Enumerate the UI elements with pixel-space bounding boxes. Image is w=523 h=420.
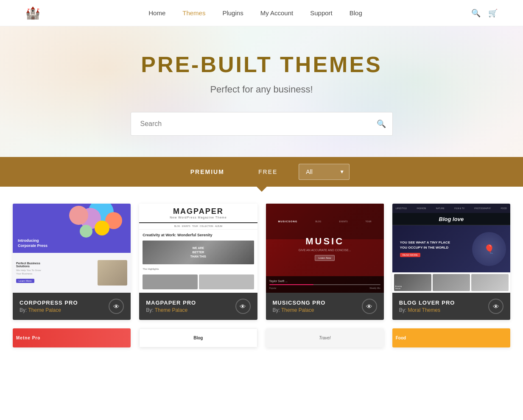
theme-name-bloglover: BLOG LOVER PRO (399, 300, 455, 306)
theme-card-blog2[interactable]: Blog (139, 328, 257, 347)
filter-bar: PREMIUM FREE All Business Blog Magazine … (0, 157, 523, 187)
filter-free-tab[interactable]: FREE (241, 159, 294, 185)
main-nav: Home Themes Plugins My Account Support B… (148, 9, 362, 17)
nav-support[interactable]: Support (310, 9, 333, 17)
theme-name-corpopress: CORPOPRESS PRO (20, 300, 78, 306)
theme-name-magpaper: MAGPAPER PRO (146, 300, 196, 306)
search-icon[interactable]: 🔍 (471, 8, 481, 18)
hero-wave-4 (85, 64, 255, 157)
theme-card-food[interactable]: Food (392, 328, 510, 347)
themes-grid-bottom: Metne Pro Blog Travel Food (13, 328, 510, 347)
nav-plugins[interactable]: Plugins (222, 9, 243, 17)
theme-card-corpopress[interactable]: IntroducingCorporate Press Perfect Busin… (13, 204, 131, 320)
theme-info-magpaper: MAGPAPER PRO By: Theme Palace (146, 300, 196, 313)
hero-title: PRE-BUILT THEMES (8, 52, 515, 77)
theme-footer-magpaper: MAGPAPER PRO By: Theme Palace 👁 (139, 293, 257, 320)
preview-icon-bloglover[interactable]: 👁 (488, 299, 503, 314)
filter-category-select[interactable]: All Business Blog Magazine Portfolio Mus… (299, 164, 350, 180)
hero-subtitle: Perfect for any business! (8, 84, 515, 95)
filter-category-wrap: All Business Blog Magazine Portfolio Mus… (299, 164, 350, 180)
nav-home[interactable]: Home (148, 9, 165, 17)
theme-img-food: Food (392, 328, 510, 347)
header: 🏰 Home Themes Plugins My Account Support… (0, 0, 523, 26)
hero-section: PRE-BUILT THEMES Perfect for any busines… (0, 26, 523, 157)
filter-premium-tab[interactable]: PREMIUM (173, 159, 241, 185)
filter-arrow-indicator (256, 186, 268, 192)
theme-info-corpopress: CORPOPRESS PRO By: Theme Palace (20, 300, 78, 313)
theme-label-blog2: Blog (193, 336, 203, 340)
nav-myaccount[interactable]: My Account (260, 9, 294, 17)
themes-grid: IntroducingCorporate Press Perfect Busin… (13, 204, 510, 320)
theme-card-bloglover[interactable]: LIFESTYLEFASHIONNATUREFILM & TVPHOTOGRAP… (392, 204, 510, 320)
theme-by-bloglover: By: Moral Themes (399, 307, 455, 313)
theme-by-musicsong: By: Theme Palace (273, 307, 326, 313)
theme-footer-musicsong: MUSICSONG PRO By: Theme Palace 👁 (266, 293, 384, 320)
theme-label-metne: Metne Pro (16, 336, 40, 340)
theme-by-magpaper: By: Theme Palace (146, 307, 196, 313)
theme-img-blog2: Blog (139, 328, 257, 347)
logo-icon: 🏰 (25, 6, 39, 20)
logo[interactable]: 🏰 (25, 6, 39, 20)
header-icons: 🔍 🛒 (471, 8, 498, 18)
themes-section: IntroducingCorporate Press Perfect Busin… (0, 187, 523, 364)
theme-img-bloglover: LIFESTYLEFASHIONNATUREFILM & TVPHOTOGRAP… (392, 204, 510, 293)
theme-card-travel[interactable]: Travel (266, 328, 384, 347)
search-submit-icon: 🔍 (377, 120, 386, 128)
theme-card-magpaper[interactable]: MAGPAPER New WordPress Magazine Theme BL… (139, 204, 257, 320)
theme-info-musicsong: MUSICSONG PRO By: Theme Palace (273, 300, 326, 313)
theme-footer-corpopress: CORPOPRESS PRO By: Theme Palace 👁 (13, 293, 131, 320)
nav-blog[interactable]: Blog (350, 9, 362, 17)
theme-img-magpaper: MAGPAPER New WordPress Magazine Theme BL… (139, 204, 257, 293)
preview-icon-magpaper[interactable]: 👁 (235, 299, 251, 314)
search-input[interactable] (131, 112, 393, 136)
theme-card-metne[interactable]: Metne Pro (13, 328, 131, 347)
cart-icon[interactable]: 🛒 (488, 8, 498, 18)
nav-themes[interactable]: Themes (182, 9, 205, 17)
preview-icon-musicsong[interactable]: 👁 (362, 299, 377, 314)
theme-card-musicsong[interactable]: MUSICSONG BLOG EVENTS TOUR MUSIC GIVE AN… (266, 204, 384, 320)
theme-info-bloglover: BLOG LOVER PRO By: Moral Themes (399, 300, 455, 313)
theme-img-musicsong: MUSICSONG BLOG EVENTS TOUR MUSIC GIVE AN… (266, 204, 384, 293)
theme-by-corpopress: By: Theme Palace (20, 307, 78, 313)
theme-img-corpopress: IntroducingCorporate Press Perfect Busin… (13, 204, 131, 293)
theme-label-travel: Travel (319, 336, 330, 340)
theme-img-metne: Metne Pro (13, 328, 131, 347)
theme-img-travel: Travel (266, 328, 384, 347)
preview-icon-corpopress[interactable]: 👁 (109, 299, 124, 314)
theme-name-musicsong: MUSICSONG PRO (273, 300, 326, 306)
theme-footer-bloglover: BLOG LOVER PRO By: Moral Themes 👁 (392, 293, 510, 320)
search-bar: 🔍 (131, 112, 393, 136)
theme-label-food: Food (396, 336, 406, 340)
search-button[interactable]: 🔍 (377, 119, 386, 129)
